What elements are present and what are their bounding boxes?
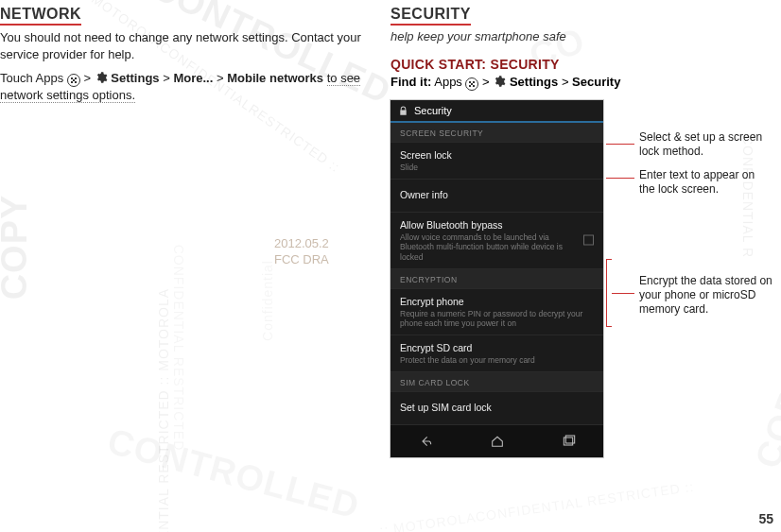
- row-encrypt-phone[interactable]: Encrypt phone Require a numeric PIN or p…: [390, 289, 603, 335]
- section-encryption: ENCRYPTION: [390, 269, 603, 289]
- security-heading: SECURITY: [390, 6, 770, 26]
- nav-back-icon[interactable]: [419, 434, 434, 449]
- network-path: Touch Apps > Settings > More... > Mobile…: [0, 70, 364, 104]
- callout-owner-info: Enter text to appear on the lock screen.: [639, 168, 770, 197]
- gear-icon: [493, 75, 506, 88]
- svg-rect-1: [565, 436, 574, 443]
- section-sim-lock: SIM CARD LOCK: [390, 372, 603, 392]
- row-screen-lock[interactable]: Screen lock Slide: [390, 143, 603, 180]
- apps-icon: [67, 74, 80, 87]
- svg-rect-0: [564, 438, 572, 445]
- phone-title-text: Security: [414, 105, 452, 116]
- phone-navbar: [390, 425, 603, 457]
- phone-screenshot: Security SCREEN SECURITY Screen lock Sli…: [390, 100, 603, 457]
- checkbox-bt-bypass[interactable]: [583, 235, 594, 246]
- callout-screen-lock: Select & set up a screen lock method.: [639, 130, 770, 159]
- nav-recent-icon[interactable]: [561, 434, 576, 449]
- page-number: 55: [758, 511, 773, 526]
- network-heading: NETWORK: [0, 6, 364, 26]
- callout-encrypt: Encrypt the data stored on your phone or…: [639, 274, 781, 317]
- nav-home-icon[interactable]: [490, 434, 505, 449]
- apps-icon: [465, 77, 478, 91]
- network-body: You should not need to change any networ…: [0, 29, 364, 62]
- row-owner-info[interactable]: Owner info: [390, 180, 603, 213]
- section-screen-security: SCREEN SECURITY: [390, 123, 603, 143]
- lock-icon: [398, 106, 408, 116]
- quickstart-heading: QUICK START: SECURITY: [390, 57, 770, 72]
- gear-icon: [95, 71, 108, 84]
- row-sim-lock[interactable]: Set up SIM card lock: [390, 392, 603, 425]
- row-encrypt-sd[interactable]: Encrypt SD card Protect the data on your…: [390, 335, 603, 372]
- findit-path: Find it: Apps > Settings > Security: [390, 75, 770, 91]
- security-subtitle: help keep your smartphone safe: [390, 29, 770, 43]
- row-bluetooth-bypass[interactable]: Allow Bluetooth bypass Allow voice comma…: [390, 213, 603, 269]
- phone-titlebar: Security: [390, 100, 603, 123]
